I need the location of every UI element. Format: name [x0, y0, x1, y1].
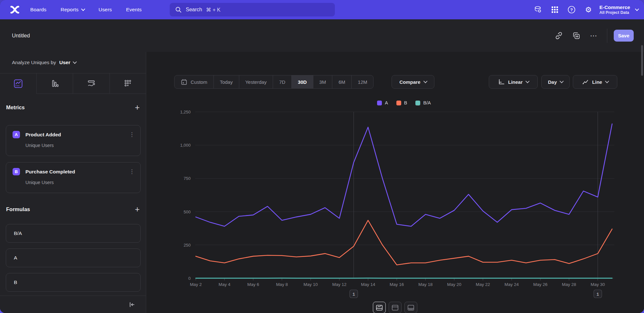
formula-label: B	[14, 279, 17, 285]
metric-subtitle: Unique Users	[25, 143, 140, 148]
chart-type-dropdown[interactable]: Line	[573, 75, 617, 89]
date-range-segmented: Custom Today Yesterday 7D 30D 3M 6M 12M	[174, 75, 374, 89]
duplicate-icon[interactable]	[569, 29, 583, 42]
svg-text:May 22: May 22	[476, 282, 490, 287]
chevron-down-icon	[560, 79, 564, 83]
legend-item-b[interactable]: B	[396, 100, 407, 105]
save-button[interactable]: Save	[614, 30, 634, 42]
legend-item-a[interactable]: A	[377, 100, 388, 105]
line-chart[interactable]: 02505007501,0001,25011May 2May 4May 6May…	[196, 112, 614, 312]
svg-text:May 30: May 30	[591, 282, 605, 287]
tab-retention[interactable]	[109, 73, 146, 94]
interval-dropdown[interactable]: Day	[541, 75, 570, 89]
range-12m[interactable]: 12M	[351, 75, 373, 88]
linear-axis-icon	[498, 78, 505, 85]
layout-table-button[interactable]	[404, 302, 417, 313]
svg-text:May 18: May 18	[418, 282, 432, 287]
formula-card[interactable]: B/A	[6, 224, 141, 243]
nav-item-reports[interactable]: Reports	[61, 7, 84, 13]
add-metric-button[interactable]: +	[135, 104, 140, 111]
kebab-menu-icon[interactable]: ⋮	[129, 132, 135, 137]
svg-text:1: 1	[596, 292, 599, 297]
svg-text:May 4: May 4	[219, 282, 231, 287]
nav-item-events[interactable]: Events	[126, 7, 142, 13]
analyze-value-dropdown[interactable]: User	[59, 60, 76, 65]
layout-split-button[interactable]	[389, 302, 402, 313]
sidebar: Analyze Uniques by User	[0, 52, 146, 313]
range-30d[interactable]: 30D	[291, 75, 313, 88]
tab-insights[interactable]	[0, 73, 36, 94]
formula-label: A	[14, 255, 17, 261]
search-icon	[175, 6, 182, 13]
data-management-icon[interactable]	[530, 3, 546, 16]
legend-item-ba[interactable]: B/A	[415, 100, 431, 105]
range-6m[interactable]: 6M	[332, 75, 351, 88]
collapse-sidebar-icon[interactable]	[128, 301, 136, 308]
svg-text:1,250: 1,250	[180, 110, 191, 114]
settings-gear-icon[interactable]: ⚙	[580, 3, 597, 16]
svg-text:750: 750	[184, 176, 191, 181]
mixpanel-logo-icon[interactable]	[8, 3, 21, 16]
nav-item-label: Boards	[30, 7, 46, 13]
scrollbar-thumb[interactable]	[641, 45, 643, 76]
kebab-menu-icon[interactable]: ⋮	[129, 170, 135, 174]
add-formula-button[interactable]: +	[135, 206, 140, 212]
chart-toolbar: Custom Today Yesterday 7D 30D 3M 6M 12M …	[146, 75, 644, 88]
help-icon[interactable]: ?	[563, 3, 580, 16]
legend-swatch	[396, 101, 401, 105]
metric-card[interactable]: A Product Added ⋮ Unique Users	[6, 125, 141, 156]
scale-dropdown[interactable]: Linear	[489, 75, 538, 89]
chevron-down-icon	[423, 79, 427, 83]
tab-flows[interactable]	[73, 73, 109, 94]
nav-item-label: Events	[126, 7, 142, 13]
project-name: E-Commerce	[599, 4, 630, 10]
svg-text:May 10: May 10	[304, 282, 318, 287]
chevron-down-icon	[526, 79, 530, 83]
svg-text:May 12: May 12	[332, 282, 346, 287]
more-options-icon[interactable]: ⋯	[586, 29, 601, 42]
formula-card[interactable]: B	[6, 273, 141, 292]
report-header: Untitled ⋯ Save	[0, 19, 644, 52]
svg-text:1: 1	[352, 292, 355, 297]
svg-text:?: ?	[570, 7, 573, 12]
svg-text:1,000: 1,000	[180, 143, 191, 148]
search-placeholder: Search	[186, 7, 202, 13]
report-type-tabs	[0, 73, 146, 94]
tab-funnels[interactable]	[36, 73, 73, 94]
range-3m[interactable]: 3M	[313, 75, 332, 88]
range-7d[interactable]: 7D	[273, 75, 291, 88]
range-yesterday[interactable]: Yesterday	[239, 75, 273, 88]
calendar-icon	[181, 79, 187, 85]
nav-right: ? ⚙ E-Commerce All Project Data	[530, 0, 638, 19]
range-today[interactable]: Today	[213, 75, 239, 88]
range-custom[interactable]: Custom	[175, 75, 213, 88]
report-title[interactable]: Untitled	[12, 19, 30, 52]
svg-text:May 24: May 24	[505, 282, 519, 287]
legend-swatch	[415, 101, 420, 105]
compare-button[interactable]: Compare	[392, 75, 434, 89]
divider	[607, 29, 607, 43]
nav-item-boards[interactable]: Boards	[30, 7, 46, 13]
formula-card[interactable]: A	[6, 249, 141, 267]
project-scope: All Project Data	[599, 10, 630, 15]
chart-svg: 02505007501,0001,25011May 2May 4May 6May…	[196, 112, 614, 312]
funnel-bars-icon	[51, 79, 59, 88]
search-input[interactable]: Search ⌘ + K	[170, 3, 335, 16]
search-shortcut: ⌘ + K	[206, 7, 221, 13]
metrics-heading: Metrics	[6, 104, 25, 111]
metric-card[interactable]: B Purchase Completed ⋮ Unique Users	[6, 162, 141, 193]
line-type-icon	[582, 78, 589, 85]
svg-text:May 2: May 2	[190, 282, 202, 287]
apps-grid-icon[interactable]	[546, 3, 563, 16]
svg-text:0: 0	[188, 276, 191, 281]
layout-switcher	[146, 302, 644, 313]
analyze-row: Analyze Uniques by User	[0, 52, 146, 73]
project-selector[interactable]: E-Commerce All Project Data	[599, 4, 638, 15]
copy-link-icon[interactable]	[552, 29, 566, 42]
top-nav: Boards Reports Users Events Search ⌘ + K	[0, 0, 644, 19]
nav-menu: Boards Reports Users Events	[30, 7, 142, 13]
nav-item-users[interactable]: Users	[99, 7, 112, 13]
layout-chart-table-button[interactable]	[373, 302, 386, 313]
svg-text:500: 500	[184, 210, 191, 214]
metric-subtitle: Unique Users	[25, 180, 140, 185]
